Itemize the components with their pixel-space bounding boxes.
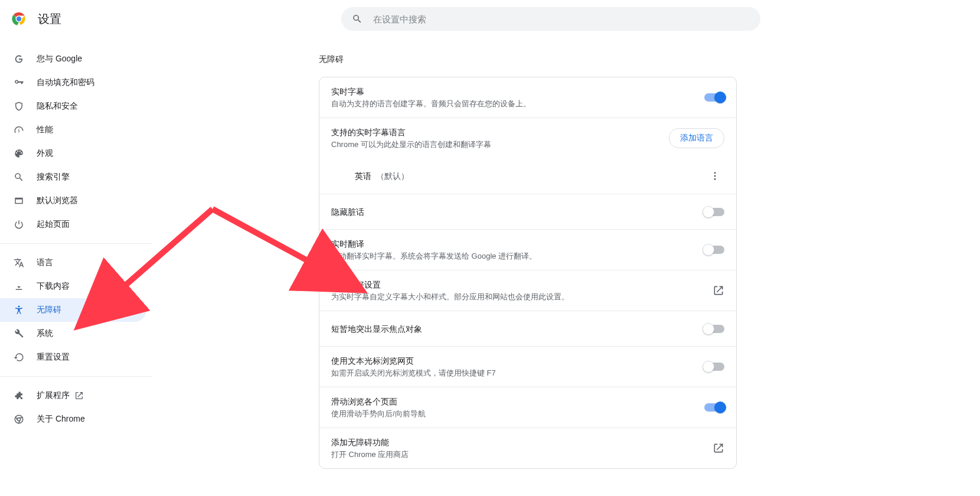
power-icon xyxy=(13,218,25,230)
row-caption-preferences[interactable]: 字幕偏好设置 为实时字幕自定义字幕大小和样式。部分应用和网站也会使用此设置。 xyxy=(319,270,736,311)
sidebar-item-label: 重置设置 xyxy=(37,352,70,363)
row-add-accessibility[interactable]: 添加无障碍功能 打开 Chrome 应用商店 xyxy=(319,428,736,468)
row-subtitle: 自动为支持的语言创建字幕。音频只会留存在您的设备上。 xyxy=(331,99,695,109)
extension-icon xyxy=(13,390,25,402)
sidebar-item-label: 外观 xyxy=(37,148,53,159)
open-external-icon xyxy=(713,442,724,454)
translate-icon xyxy=(13,257,25,269)
sidebar: 您与 Google 自动填充和密码 隐私和安全 性能 xyxy=(0,38,152,496)
sidebar-item-label: 性能 xyxy=(37,125,53,135)
sidebar-item-label: 下载内容 xyxy=(37,281,70,292)
open-external-icon xyxy=(74,391,84,400)
open-external-icon xyxy=(713,285,724,296)
row-subtitle: 如需开启或关闭光标浏览模式，请使用快捷键 F7 xyxy=(331,368,695,378)
svg-point-8 xyxy=(714,178,716,180)
language-more-button[interactable] xyxy=(705,167,724,185)
row-title: 实时字幕 xyxy=(331,86,695,97)
row-title: 字幕偏好设置 xyxy=(331,279,703,291)
language-name: 英语 xyxy=(355,171,371,181)
row-swipe-navigation: 滑动浏览各个页面 使用滑动手势向后/向前导航 xyxy=(319,387,736,428)
settings-card: 实时字幕 自动为支持的语言创建字幕。音频只会留存在您的设备上。 支持的实时字幕语… xyxy=(319,77,737,469)
row-language-item: 英语 （默认） xyxy=(319,158,736,194)
sidebar-divider xyxy=(0,376,152,377)
topbar: 设置 xyxy=(0,0,980,38)
palette-icon xyxy=(13,148,25,159)
sidebar-item-privacy[interactable]: 隐私和安全 xyxy=(0,94,146,118)
sidebar-item-appearance[interactable]: 外观 xyxy=(0,142,146,165)
sidebar-item-label: 关于 Chrome xyxy=(37,414,85,425)
language-default-note: （默认） xyxy=(376,171,409,181)
svg-point-6 xyxy=(714,172,716,174)
row-subtitle: 打开 Chrome 应用商店 xyxy=(331,449,703,460)
live-translate-toggle[interactable] xyxy=(704,246,724,254)
sidebar-item-autofill[interactable]: 自动填充和密码 xyxy=(0,71,146,94)
row-subtitle: 为实时字幕自定义字幕大小和样式。部分应用和网站也会使用此设置。 xyxy=(331,292,703,302)
sidebar-item-performance[interactable]: 性能 xyxy=(0,118,146,142)
row-title: 隐藏脏话 xyxy=(331,206,695,218)
sidebar-item-about-chrome[interactable]: 关于 Chrome xyxy=(0,407,146,431)
live-caption-toggle[interactable] xyxy=(704,93,724,102)
sidebar-item-label: 无障碍 xyxy=(37,305,61,315)
row-live-translate: 实时翻译 自动翻译实时字幕。系统会将字幕发送给 Google 进行翻译。 xyxy=(319,229,736,270)
sidebar-item-you-and-google[interactable]: 您与 Google xyxy=(0,47,146,71)
search-box[interactable] xyxy=(341,7,760,31)
sidebar-divider xyxy=(0,243,152,244)
row-title: 添加无障碍功能 xyxy=(331,436,703,448)
sidebar-item-label: 搜索引擎 xyxy=(37,172,70,182)
sidebar-item-label: 默认浏览器 xyxy=(37,195,78,206)
row-title: 短暂地突出显示焦点对象 xyxy=(331,323,695,335)
row-subtitle: 自动翻译实时字幕。系统会将字幕发送给 Google 进行翻译。 xyxy=(331,251,695,262)
sidebar-item-downloads[interactable]: 下载内容 xyxy=(0,275,146,298)
row-hide-profanity: 隐藏脏话 xyxy=(319,194,736,229)
swipe-navigation-toggle[interactable] xyxy=(704,403,724,412)
row-title: 使用文本光标浏览网页 xyxy=(331,355,695,367)
sidebar-item-label: 扩展程序 xyxy=(37,390,70,401)
section-title: 无障碍 xyxy=(319,54,980,65)
row-title: 滑动浏览各个页面 xyxy=(331,396,695,407)
row-caption-languages: 支持的实时字幕语言 Chrome 可以为此处显示的语言创建和翻译字幕 添加语言 xyxy=(319,118,736,158)
row-title: 实时翻译 xyxy=(331,238,695,250)
hide-profanity-toggle[interactable] xyxy=(704,208,724,216)
shield-icon xyxy=(13,100,25,112)
sidebar-item-search-engine[interactable]: 搜索引擎 xyxy=(0,165,146,189)
add-language-button[interactable]: 添加语言 xyxy=(669,128,724,148)
sidebar-item-label: 自动填充和密码 xyxy=(37,77,94,88)
row-focus-highlight: 短暂地突出显示焦点对象 xyxy=(319,311,736,346)
sidebar-item-label: 您与 Google xyxy=(37,54,82,64)
key-icon xyxy=(13,77,25,89)
sidebar-item-label: 隐私和安全 xyxy=(37,101,78,112)
main-panel: 无障碍 实时字幕 自动为支持的语言创建字幕。音频只会留存在您的设备上。 支持的实… xyxy=(152,38,980,496)
download-icon xyxy=(13,280,25,292)
search-input[interactable] xyxy=(372,14,750,25)
speedometer-icon xyxy=(13,124,25,136)
sidebar-item-label: 系统 xyxy=(37,328,53,339)
sidebar-item-label: 起始页面 xyxy=(37,219,70,230)
app-title: 设置 xyxy=(38,11,61,27)
chrome-outline-icon xyxy=(13,413,25,425)
row-caret-browsing: 使用文本光标浏览网页 如需开启或关闭光标浏览模式，请使用快捷键 F7 xyxy=(319,346,736,387)
google-g-icon xyxy=(13,53,25,65)
wrench-icon xyxy=(13,328,25,340)
sidebar-item-reset[interactable]: 重置设置 xyxy=(0,345,146,369)
chrome-logo-icon xyxy=(12,12,26,26)
focus-highlight-toggle[interactable] xyxy=(704,325,724,333)
search-icon xyxy=(352,14,362,24)
accessibility-icon xyxy=(13,304,25,316)
sidebar-item-language[interactable]: 语言 xyxy=(0,251,146,275)
caret-browsing-toggle[interactable] xyxy=(704,363,724,371)
sidebar-item-accessibility[interactable]: 无障碍 xyxy=(0,298,146,322)
row-title: 支持的实时字幕语言 xyxy=(331,126,659,138)
search-icon xyxy=(13,171,25,183)
row-subtitle: Chrome 可以为此处显示的语言创建和翻译字幕 xyxy=(331,139,659,150)
sidebar-item-startup[interactable]: 起始页面 xyxy=(0,213,146,236)
svg-point-7 xyxy=(714,175,716,177)
sidebar-item-default-browser[interactable]: 默认浏览器 xyxy=(0,189,146,213)
sidebar-item-system[interactable]: 系统 xyxy=(0,322,146,345)
sidebar-item-label: 语言 xyxy=(37,257,53,268)
restore-icon xyxy=(13,351,25,363)
sidebar-item-extensions[interactable]: 扩展程序 xyxy=(0,384,146,407)
window-icon xyxy=(13,195,25,207)
svg-point-3 xyxy=(18,306,20,308)
row-live-caption: 实时字幕 自动为支持的语言创建字幕。音频只会留存在您的设备上。 xyxy=(319,77,736,118)
svg-point-2 xyxy=(17,17,21,21)
